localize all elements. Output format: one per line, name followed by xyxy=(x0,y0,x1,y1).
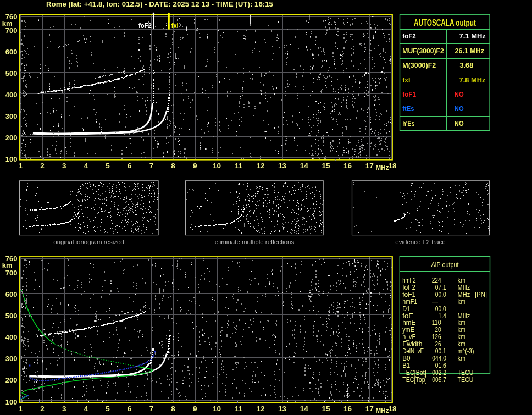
svg-text:00.0: 00.0 xyxy=(435,291,446,298)
svg-text:9: 9 xyxy=(193,162,197,170)
svg-text:Rome (lat: +41.8, lon: 012.5): Rome (lat: +41.8, lon: 012.5) - DATE: 20… xyxy=(46,0,273,8)
svg-text:foF1: foF1 xyxy=(402,291,415,298)
svg-text:17: 17 xyxy=(365,405,374,413)
svg-text:224: 224 xyxy=(432,276,441,284)
svg-text:044.0: 044.0 xyxy=(432,355,446,362)
svg-text:20: 20 xyxy=(435,326,441,334)
svg-text:110: 110 xyxy=(432,319,441,327)
svg-text:07.1: 07.1 xyxy=(435,284,446,291)
svg-text:11: 11 xyxy=(235,162,243,170)
svg-text:5: 5 xyxy=(106,162,110,170)
svg-text:10: 10 xyxy=(213,162,221,170)
svg-text:1.4: 1.4 xyxy=(439,312,446,320)
svg-text:TECU: TECU xyxy=(458,369,474,377)
svg-text:MHz: MHz xyxy=(458,291,470,298)
svg-text:hmF2: hmF2 xyxy=(402,276,416,284)
svg-text:3.68: 3.68 xyxy=(460,62,474,69)
svg-text:foF2: foF2 xyxy=(402,32,416,40)
svg-text:hmE: hmE xyxy=(402,319,415,327)
svg-text:Ewidth: Ewidth xyxy=(402,340,422,348)
svg-text:26.1 MHz: 26.1 MHz xyxy=(455,47,485,55)
svg-text:M(3000)F2: M(3000)F2 xyxy=(402,62,436,69)
svg-text:fxI: fxI xyxy=(171,21,179,30)
svg-text:TEC[Top]: TEC[Top] xyxy=(402,376,427,384)
svg-text:600: 600 xyxy=(5,48,18,56)
svg-text:D1: D1 xyxy=(402,305,410,313)
svg-text:4: 4 xyxy=(84,162,88,170)
svg-text:MHz: MHz xyxy=(458,284,470,291)
svg-text:16: 16 xyxy=(343,405,352,413)
svg-text:13: 13 xyxy=(278,405,287,413)
svg-text:300: 300 xyxy=(5,355,18,363)
svg-text:fxI: fxI xyxy=(402,76,410,84)
svg-text:ymE: ymE xyxy=(402,326,414,334)
svg-text:km: km xyxy=(458,355,466,362)
svg-text:foF1: foF1 xyxy=(402,91,416,98)
svg-text:foE: foE xyxy=(402,312,413,320)
svg-text:2: 2 xyxy=(40,405,45,413)
svg-text:500: 500 xyxy=(5,312,18,320)
svg-text:002.2: 002.2 xyxy=(432,369,446,377)
svg-text:foF2: foF2 xyxy=(402,284,415,291)
svg-text:foF2: foF2 xyxy=(138,21,152,30)
svg-text:7: 7 xyxy=(149,162,154,170)
svg-text:200: 200 xyxy=(5,134,18,142)
svg-text:15: 15 xyxy=(322,405,330,413)
svg-text:---: --- xyxy=(432,298,439,306)
svg-text:6: 6 xyxy=(128,405,132,413)
svg-text:01.6: 01.6 xyxy=(435,362,446,369)
svg-text:AUTOSCALA output: AUTOSCALA output xyxy=(414,18,476,27)
svg-text:400: 400 xyxy=(5,91,18,99)
svg-text:8: 8 xyxy=(171,162,175,170)
svg-text:18: 18 xyxy=(388,405,397,413)
svg-text:100: 100 xyxy=(5,398,18,406)
svg-text:m^(-3): m^(-3) xyxy=(458,347,474,355)
svg-text:original ionogram resized: original ionogram resized xyxy=(53,239,124,245)
svg-text:12: 12 xyxy=(256,162,264,170)
svg-text:14: 14 xyxy=(300,405,309,413)
svg-text:1: 1 xyxy=(19,162,23,170)
svg-text:600: 600 xyxy=(5,290,18,298)
svg-text:DelN_vE: DelN_vE xyxy=(402,347,424,355)
svg-text:B1: B1 xyxy=(402,362,410,369)
svg-text:15: 15 xyxy=(322,162,330,170)
svg-text:13: 13 xyxy=(278,162,287,170)
svg-text:h_vE: h_vE xyxy=(402,333,415,341)
svg-text:00.1: 00.1 xyxy=(435,347,446,355)
svg-text:00.0: 00.0 xyxy=(435,305,446,313)
svg-text:126: 126 xyxy=(432,333,441,341)
svg-text:hmF1: hmF1 xyxy=(402,298,417,306)
svg-text:8: 8 xyxy=(171,405,175,413)
svg-text:km: km xyxy=(458,298,466,306)
svg-text:MHz: MHz xyxy=(376,407,389,414)
svg-text:18: 18 xyxy=(388,162,397,170)
svg-text:3: 3 xyxy=(62,405,66,413)
svg-text:NO: NO xyxy=(455,105,464,113)
svg-text:3: 3 xyxy=(62,162,66,170)
svg-text:MHz: MHz xyxy=(458,312,470,320)
svg-text:TECU: TECU xyxy=(458,376,474,384)
svg-text:500: 500 xyxy=(5,69,18,78)
svg-text:12: 12 xyxy=(256,405,264,413)
svg-text:evidence F2 trace: evidence F2 trace xyxy=(395,239,445,245)
svg-text:MUF(3000)F2: MUF(3000)F2 xyxy=(402,47,444,55)
svg-text:100: 100 xyxy=(5,155,18,163)
svg-text:17: 17 xyxy=(365,162,374,170)
svg-text:6: 6 xyxy=(128,162,132,170)
svg-text:B0: B0 xyxy=(402,355,411,362)
svg-text:005.7: 005.7 xyxy=(432,376,446,384)
svg-text:NO: NO xyxy=(455,91,464,98)
svg-text:11: 11 xyxy=(235,405,243,413)
svg-text:TEC[Bot]: TEC[Bot] xyxy=(402,369,426,377)
svg-text:NO: NO xyxy=(455,120,464,128)
svg-text:km: km xyxy=(458,326,466,334)
svg-text:9: 9 xyxy=(193,405,197,413)
svg-text:2: 2 xyxy=(40,162,45,170)
svg-text:10: 10 xyxy=(213,405,221,413)
svg-text:km: km xyxy=(458,333,466,341)
svg-text:16: 16 xyxy=(343,162,352,170)
svg-text:eliminate multiple reflections: eliminate multiple reflections xyxy=(215,239,295,245)
svg-text:700: 700 xyxy=(5,269,18,277)
svg-text:700: 700 xyxy=(5,26,18,35)
svg-text:[PN]: [PN] xyxy=(475,291,487,298)
